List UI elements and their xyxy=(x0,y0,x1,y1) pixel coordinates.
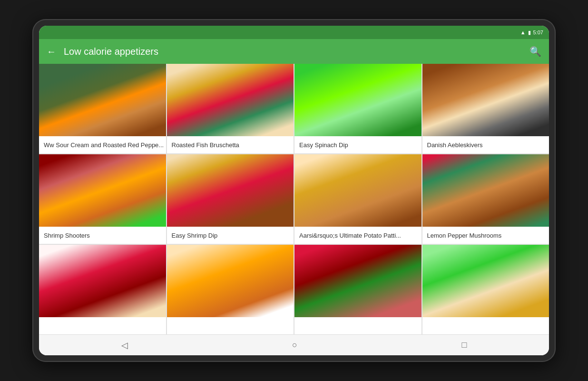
recipe-title xyxy=(167,317,294,334)
recipe-image xyxy=(294,245,421,317)
recipe-card[interactable]: Easy Shrimp Dip xyxy=(167,154,294,244)
battery-icon: ▮ xyxy=(528,30,531,36)
signal-icon: ▲ xyxy=(520,30,526,35)
nav-bar: ◁ ○ □ xyxy=(39,334,549,355)
recipe-image xyxy=(422,245,549,317)
recipe-title: Aarsi&rsquo;s Ultimate Potato Patti... xyxy=(294,227,421,244)
page-title: Low calorie appetizers xyxy=(64,46,522,57)
recipe-title: Shrimp Shooters xyxy=(39,227,166,244)
recipe-card[interactable]: Aarsi&rsquo;s Ultimate Potato Patti... xyxy=(294,154,421,244)
back-button[interactable]: ← xyxy=(47,46,56,57)
recipe-image xyxy=(39,154,166,227)
time-display: 5:07 xyxy=(533,30,543,35)
recipe-title xyxy=(294,317,421,334)
recipe-image xyxy=(39,245,166,317)
recipe-image xyxy=(294,64,421,136)
recipe-title: Easy Shrimp Dip xyxy=(167,227,294,244)
tablet-screen: ▲ ▮ 5:07 ← Low calorie appetizers 🔍 Ww S… xyxy=(39,26,549,355)
recipe-image xyxy=(294,154,421,227)
home-nav-button[interactable]: ○ xyxy=(281,336,309,354)
recipe-title: Danish Aebleskivers xyxy=(422,136,549,153)
search-button[interactable]: 🔍 xyxy=(529,46,541,57)
recipe-card[interactable]: Danish Aebleskivers xyxy=(422,64,549,153)
recipe-grid: Ww Sour Cream and Roasted Red Peppe...Ro… xyxy=(39,64,549,334)
recipe-card[interactable] xyxy=(422,245,549,334)
recipe-image xyxy=(422,64,549,136)
recipe-title: Lemon Pepper Mushrooms xyxy=(422,227,549,244)
tablet-shell: ▲ ▮ 5:07 ← Low calorie appetizers 🔍 Ww S… xyxy=(32,19,556,362)
recipe-image xyxy=(167,154,294,227)
recipe-card[interactable] xyxy=(167,245,294,334)
recipe-image xyxy=(39,64,166,136)
app-bar: ← Low calorie appetizers 🔍 xyxy=(39,39,549,64)
recipe-title: Easy Spinach Dip xyxy=(294,136,421,153)
recipe-card[interactable]: Shrimp Shooters xyxy=(39,154,166,244)
recipe-card[interactable]: Ww Sour Cream and Roasted Red Peppe... xyxy=(39,64,166,153)
recipe-title xyxy=(422,317,549,334)
recipe-card[interactable] xyxy=(39,245,166,334)
status-icons: ▲ ▮ 5:07 xyxy=(520,30,543,36)
status-bar: ▲ ▮ 5:07 xyxy=(39,26,549,39)
recipe-title: Ww Sour Cream and Roasted Red Peppe... xyxy=(39,136,166,153)
recipe-card[interactable]: Roasted Fish Bruschetta xyxy=(167,64,294,153)
recipe-image xyxy=(422,154,549,227)
back-nav-button[interactable]: ◁ xyxy=(110,336,139,354)
recipe-card[interactable]: Easy Spinach Dip xyxy=(294,64,421,153)
recipe-card[interactable]: Lemon Pepper Mushrooms xyxy=(422,154,549,244)
recipe-card[interactable] xyxy=(294,245,421,334)
recipe-image xyxy=(167,64,294,136)
recipe-title: Roasted Fish Bruschetta xyxy=(167,136,294,153)
recent-nav-button[interactable]: □ xyxy=(450,336,478,354)
recipe-title xyxy=(39,317,166,334)
recipe-image xyxy=(167,245,294,317)
